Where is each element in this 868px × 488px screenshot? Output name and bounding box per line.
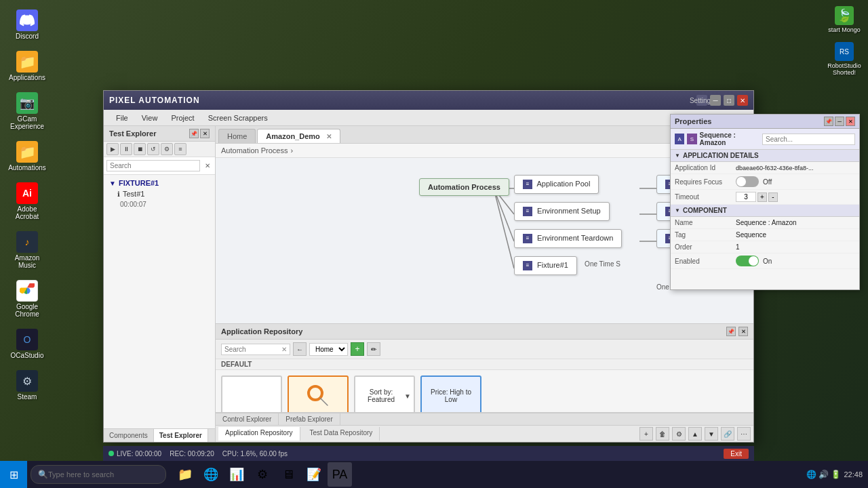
taskbar-explorer[interactable]: 📁 [173,462,197,487]
google-chrome-icon[interactable]: Google Chrome [3,277,51,321]
network-icon[interactable]: 🌐 [806,470,816,479]
toolbar-btn-2[interactable]: ⏸ [120,143,132,155]
add-item-button[interactable]: + [639,427,653,441]
start-mongo-icon[interactable]: 🍃 start Mongo [824,3,865,36]
test-node[interactable]: ℹ Test#1 [106,188,212,199]
taskbar-app-4[interactable]: 📝 [302,462,326,487]
repo-item-2[interactable]: 2 [288,375,349,412]
tab-home[interactable]: Home [218,129,256,143]
repo-edit-button[interactable]: ✏ [367,342,380,356]
repo-pin-button[interactable]: 📌 [726,327,736,336]
menu-screen-scrappers[interactable]: Screen Scrappers [201,113,275,123]
props-app-details-section[interactable]: ▼ APPLICATION DETAILS [671,150,859,162]
repo-bottom-section: Control Explorer Prefab Explorer Applica… [216,412,753,442]
automations-icon[interactable]: 📁 Automations [3,138,51,174]
delete-item-button[interactable]: 🗑 [656,427,669,441]
down-button[interactable]: ▼ [705,427,718,441]
repo-item-1[interactable]: 1 [221,375,282,412]
more-button[interactable]: ⋯ [737,427,751,441]
toolbar-btn-5[interactable]: ⚙ [161,143,173,155]
props-search-input[interactable] [762,134,855,145]
applications-icon[interactable]: 📁 Applications [3,48,51,84]
repo-item-4[interactable]: Price: High to Low 4 [420,375,481,412]
taskbar-search-input[interactable] [48,470,157,479]
tab-application-repository[interactable]: Application Repository [218,427,300,441]
tab-amazon-demo[interactable]: Amazon_Demo ✕ [257,129,340,143]
taskbar-app-3[interactable]: 🖥 [276,462,300,487]
repo-home-dropdown[interactable]: Home [309,343,348,356]
test-explorer-tree: ▼ FIXTURE#1 ℹ Test#1 00:00:07 [104,175,215,428]
robotstudio-icon[interactable]: RS RobotStudio Shorted! [824,39,865,79]
amazon-music-icon[interactable]: ♪ Amazon Music [3,228,51,272]
menu-file[interactable]: File [109,113,135,123]
repo-back-button[interactable]: ← [293,342,307,356]
props-min-button[interactable]: ─ [835,117,844,126]
discord-icon[interactable]: Discord [3,7,51,43]
tab-prefab-explorer[interactable]: Prefab Explorer [279,413,340,425]
test-explorer-header: Test Explorer 📌 ✕ [104,126,215,142]
settings-item-button[interactable]: ⚙ [672,427,686,441]
toolbar-btn-1[interactable]: ▶ [106,143,119,155]
repo-search-clear[interactable]: ✕ [281,346,287,353]
search-icon: 🔍 [38,470,48,479]
timeout-decrement[interactable]: - [768,192,778,202]
taskbar-chrome[interactable]: 🌐 [199,462,223,487]
repo-item-3[interactable]: Sort by: Featured ▼ 3 [354,375,415,412]
taskbar-app-1[interactable]: 📊 [224,462,249,487]
taskbar-tray: 🌐 🔊 🔋 22:48 [801,470,868,479]
repo-search-input[interactable] [224,346,279,353]
battery-icon[interactable]: 🔋 [831,470,841,479]
desktop: Discord 📁 Applications 📷 GCam Experience… [0,0,868,488]
repo-item-box-3[interactable]: Sort by: Featured ▼ [354,375,415,412]
svg-line-9 [320,398,328,405]
taskbar-app-2[interactable]: ⚙ [250,462,275,487]
node-automation-process[interactable]: Automation Process [419,178,509,196]
ocastudio-icon[interactable]: O OCaStudio [3,326,51,362]
volume-icon[interactable]: 🔊 [818,470,829,479]
fixture-node[interactable]: ▼ FIXTURE#1 [106,178,212,188]
tab-control-explorer[interactable]: Control Explorer [216,413,279,425]
close-button[interactable]: ✕ [737,95,748,106]
requires-focus-switch[interactable] [736,176,759,187]
up-button[interactable]: ▲ [688,427,702,441]
node-env-teardown[interactable]: ≡ Environment Teardown [514,229,622,248]
exit-button[interactable]: Exit [724,449,749,459]
maximize-button[interactable]: □ [724,95,734,106]
toolbar-btn-3[interactable]: ⏹ [134,143,146,155]
menu-view[interactable]: View [135,113,165,123]
tab-test-explorer[interactable]: Test Explorer [154,429,208,442]
repo-item-box-2[interactable] [288,375,349,412]
settings-button[interactable]: Settings [696,95,707,106]
repo-item-box-4[interactable]: Price: High to Low [420,375,481,412]
start-button[interactable]: ⊞ [0,461,27,488]
node-env-setup[interactable]: ≡ Environment Setup [514,202,610,221]
props-close-button[interactable]: ✕ [846,117,855,126]
minimize-button[interactable]: ─ [710,95,721,106]
repo-close-button[interactable]: ✕ [738,327,748,336]
timeout-value-input[interactable] [736,192,756,202]
taskbar-pixel-auto[interactable]: PA [328,462,352,487]
node-app-pool[interactable]: ≡ Application Pool [514,175,599,194]
props-pin-button[interactable]: 📌 [824,117,833,126]
close-panel-button[interactable]: ✕ [200,129,210,138]
repo-add-button[interactable]: + [351,342,364,356]
timeout-increment[interactable]: + [757,192,767,202]
steam-icon[interactable]: ⚙ Steam [3,367,51,403]
props-component-section[interactable]: ▼ COMPONENT [671,205,859,217]
search-clear-button[interactable]: ✕ [203,161,212,171]
repo-item-box-1[interactable] [221,375,282,412]
gcam-icon[interactable]: 📷 GCam Experience [3,89,51,133]
pin-button[interactable]: 📌 [189,129,199,138]
toolbar-btn-4[interactable]: ↺ [147,143,159,155]
tab-close-button[interactable]: ✕ [326,133,332,140]
adobe-icon[interactable]: Ai Adobe Acrobat [3,180,51,223]
link-button[interactable]: 🔗 [721,427,734,441]
node-fixture1[interactable]: ≡ Fixture#1 One Time S [514,256,577,275]
desktop-right-icons: 🍃 start Mongo RS RobotStudio Shorted! [824,3,865,79]
tab-test-data-repository[interactable]: Test Data Repository [303,427,380,441]
tab-components[interactable]: Components [104,429,154,442]
test-explorer-search-input[interactable] [106,160,200,171]
toolbar-btn-6[interactable]: ≡ [174,143,186,155]
enabled-switch[interactable] [736,256,759,266]
menu-project[interactable]: Project [164,113,201,123]
